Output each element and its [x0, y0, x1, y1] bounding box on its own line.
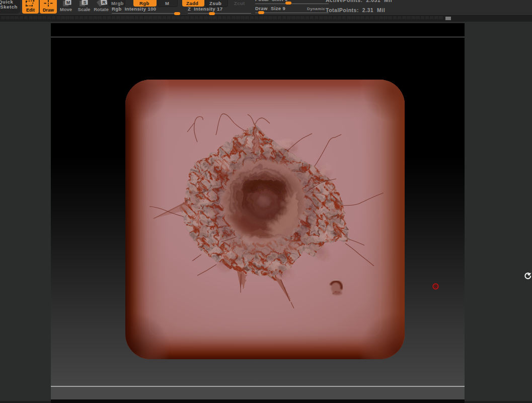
svg-text:M: M	[66, 0, 70, 5]
svg-text:Scale: Scale	[78, 7, 91, 12]
svg-text:S: S	[83, 0, 86, 5]
svg-text:R: R	[102, 0, 106, 5]
svg-text:Draw: Draw	[43, 8, 54, 13]
svg-text:Rotate: Rotate	[94, 7, 109, 12]
svg-text:Move: Move	[60, 7, 72, 12]
svg-text:Edit: Edit	[26, 8, 35, 13]
